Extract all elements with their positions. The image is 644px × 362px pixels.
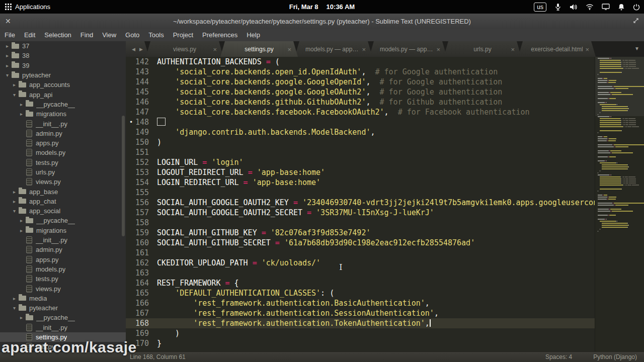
tree-file-views.py[interactable]: views.py — [0, 177, 126, 187]
code-line-156[interactable]: 156SOCIAL_AUTH_GOOGLE_OAUTH2_KEY = '2340… — [126, 198, 644, 208]
window-maximize-icon[interactable] — [633, 18, 639, 25]
tree-file-admin.py[interactable]: admin.py — [0, 245, 126, 254]
tab-close-icon[interactable]: × — [511, 46, 515, 52]
tree-file-tests.py[interactable]: tests.py — [0, 158, 126, 167]
menu-help[interactable]: Help — [242, 29, 265, 41]
code-line-165[interactable]: 165 'DEFAULT_AUTHENTICATION_CLASSES': ( — [126, 288, 644, 298]
code-line-152[interactable]: 152LOGIN_URL = 'login' — [126, 157, 644, 167]
minimap[interactable] — [595, 57, 644, 352]
tab-settings.py[interactable]: settings.py× — [220, 41, 298, 57]
menu-preferences[interactable]: Preferences — [198, 29, 242, 41]
window-close-icon[interactable]: ✕ — [5, 18, 11, 25]
code-line-157[interactable]: 157SOCIAL_AUTH_GOOGLE_OAUTH2_SECRET = '3… — [126, 208, 644, 218]
tab-exercise-detail.html[interactable]: exercise-detail.html× — [518, 41, 596, 57]
code-line-161[interactable]: 161 — [126, 248, 644, 258]
tree-file-settings.py[interactable]: settings.py — [0, 332, 126, 342]
code-line-170[interactable]: 170} — [126, 338, 644, 348]
tree-folder-pyteacher[interactable]: ▾pyteacher — [0, 303, 126, 313]
tree-file-__init__.py[interactable]: __init__.py — [0, 235, 126, 245]
applications-menu[interactable]: Applications — [0, 0, 55, 14]
code-line-159[interactable]: 159SOCIAL_AUTH_GITHUB_KEY = '82c076af3f9… — [126, 228, 644, 238]
notifications-icon[interactable] — [618, 4, 625, 11]
tree-folder-app_api[interactable]: ▾app_api — [0, 89, 126, 99]
power-icon[interactable] — [633, 4, 640, 11]
chevron-right-icon[interactable]: ▸ — [11, 189, 18, 195]
chevron-right-icon[interactable]: ▸ — [11, 199, 18, 204]
chevron-right-icon[interactable]: ▸ — [11, 82, 18, 87]
menu-goto[interactable]: Goto — [121, 29, 144, 41]
code-line-142[interactable]: 142AUTHENTICATION_BACKENDS = ( — [126, 57, 644, 67]
chevron-right-icon[interactable]: ▸ — [4, 63, 11, 68]
tree-file-admin.py[interactable]: admin.py — [0, 129, 126, 138]
code-line-148[interactable]: •148 — [126, 117, 644, 127]
clock[interactable]: Fri, Mar 8 10:36 AM — [289, 3, 355, 11]
tree-file-views.py[interactable]: views.py — [0, 284, 126, 293]
tab-overflow-icon[interactable]: ▼ — [634, 46, 639, 51]
menu-file[interactable]: File — [0, 29, 20, 41]
code-line-162[interactable]: 162CKEDITOR_UPLOAD_PATH = 'ck/uoloads/' — [126, 258, 644, 268]
tree-folder-migrations[interactable]: ▸migrations — [0, 226, 126, 235]
tree-file-models.py[interactable]: models.py — [0, 264, 126, 274]
tab-close-icon[interactable]: × — [436, 46, 440, 52]
menu-find[interactable]: Find — [76, 29, 98, 41]
chevron-right-icon[interactable]: ▸ — [18, 315, 25, 320]
display-icon[interactable] — [602, 4, 610, 10]
tab-close-icon[interactable]: × — [213, 46, 217, 52]
microphone-icon[interactable] — [554, 3, 561, 11]
chevron-right-icon[interactable]: ▸ — [18, 228, 25, 233]
menu-view[interactable]: View — [98, 29, 121, 41]
menu-tools[interactable]: Tools — [144, 29, 168, 41]
tree-folder-37[interactable]: ▸37 — [0, 41, 126, 51]
tree-folder-app_social[interactable]: ▾app_social — [0, 206, 126, 216]
chevron-right-icon[interactable]: ▸ — [11, 296, 18, 301]
chevron-down-icon[interactable]: ▾ — [11, 208, 18, 214]
chevron-right-icon[interactable]: ▸ — [4, 53, 11, 58]
code-line-168[interactable]: 168 'rest_framework.authentication.Token… — [126, 318, 644, 328]
code-line-146[interactable]: 146 'social_core.backends.github.GithubO… — [126, 97, 644, 107]
indent-setting[interactable]: Spaces: 4 — [545, 353, 572, 360]
tab-models.py-app-social[interactable]: models.py — app_social× — [369, 41, 447, 57]
tree-file-apps.py[interactable]: apps.py — [0, 255, 126, 264]
tab-close-icon[interactable]: × — [362, 46, 366, 52]
code-line-154[interactable]: 154LOGIN_REDIRECT_URL = 'app-base:home' — [126, 177, 644, 188]
tree-folder-app_base[interactable]: ▸app_base — [0, 187, 126, 196]
chevron-right-icon[interactable]: ▸ — [18, 111, 25, 117]
tab-models.py-app-base[interactable]: models.py — app_base× — [295, 41, 372, 57]
code-line-166[interactable]: 166 'rest_framework.authentication.Basic… — [126, 298, 644, 308]
code-line-167[interactable]: 167 'rest_framework.authentication.Sessi… — [126, 308, 644, 318]
tree-file-__init__.py[interactable]: __init__.py — [0, 323, 126, 332]
code-line-158[interactable]: 158 — [126, 218, 644, 228]
tab-close-icon[interactable]: × — [287, 46, 291, 52]
window-title-bar[interactable]: ✕ ~/workspace/pyteacher/pyteacher/pyteac… — [0, 14, 644, 29]
tree-file-apps.py[interactable]: apps.py — [0, 138, 126, 148]
code-line-145[interactable]: 145 'social_core.backends.google.GoogleO… — [126, 87, 644, 97]
tree-folder-__pycache__[interactable]: ▸__pycache__ — [0, 216, 126, 225]
tree-file-__init__.py[interactable]: __init__.py — [0, 119, 126, 128]
chevron-right-icon[interactable]: ▸ — [4, 43, 11, 49]
code-line-147[interactable]: 147 'social_core.backends.facebook.Faceb… — [126, 107, 644, 117]
tab-scroll-right-icon[interactable]: ▶ — [139, 47, 143, 52]
tree-folder-app_accounts[interactable]: ▸app_accounts — [0, 80, 126, 89]
tree-folder-__pycache__[interactable]: ▸__pycache__ — [0, 313, 126, 322]
code-line-169[interactable]: 169 ) — [126, 328, 644, 338]
code-line-153[interactable]: 153LOGOUT_REDIRECT_URL = 'app-base:home' — [126, 167, 644, 177]
tree-file-tests.py[interactable]: tests.py — [0, 274, 126, 284]
tab-urls.py[interactable]: urls.py× — [444, 41, 521, 57]
tree-file-models.py[interactable]: models.py — [0, 148, 126, 157]
menu-edit[interactable]: Edit — [20, 29, 40, 41]
tab-scroll-left-icon[interactable]: ◀ — [132, 47, 135, 52]
code-line-160[interactable]: 160SOCIAL_AUTH_GITHUB_SECRET = '61a7b68d… — [126, 238, 644, 248]
code-line-144[interactable]: 144 'social_core.backends.google.GoogleO… — [126, 77, 644, 87]
menu-selection[interactable]: Selection — [40, 29, 75, 41]
keyboard-layout-indicator[interactable]: us — [534, 3, 546, 12]
chevron-right-icon[interactable]: ▸ — [18, 218, 25, 223]
wifi-icon[interactable] — [586, 4, 594, 10]
code-line-163[interactable]: 163 — [126, 268, 644, 278]
chevron-down-icon[interactable]: ▾ — [4, 72, 11, 78]
tree-folder-39[interactable]: ▸39 — [0, 61, 126, 70]
tree-folder-38[interactable]: ▸38 — [0, 51, 126, 60]
tree-folder-migrations[interactable]: ▸migrations — [0, 109, 126, 119]
chevron-right-icon[interactable]: ▸ — [18, 102, 25, 107]
chevron-down-icon[interactable]: ▾ — [11, 92, 18, 98]
chevron-down-icon[interactable]: ▾ — [11, 305, 18, 311]
